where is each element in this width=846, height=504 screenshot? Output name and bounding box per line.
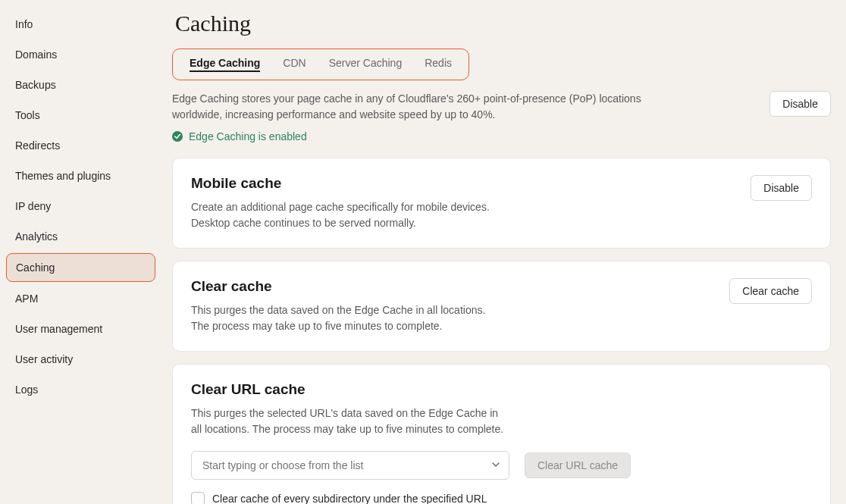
sidebar-item-apm[interactable]: APM: [6, 285, 155, 312]
intro-description: Edge Caching stores your page cache in a…: [172, 91, 642, 123]
sidebar-item-analytics[interactable]: Analytics: [6, 223, 155, 250]
disable-edge-caching-button[interactable]: Disable: [769, 91, 831, 117]
sidebar: Info Domains Backups Tools Redirects The…: [0, 0, 161, 504]
mobile-cache-card: Mobile cache Create an additional page c…: [172, 158, 831, 249]
intro-row: Edge Caching stores your page cache in a…: [172, 91, 831, 123]
clear-cache-desc: This purges the data saved on the Edge C…: [191, 302, 485, 334]
sidebar-item-user-activity[interactable]: User activity: [6, 346, 155, 373]
disable-mobile-cache-button[interactable]: Disable: [750, 175, 812, 201]
clear-url-cache-button[interactable]: Clear URL cache: [525, 452, 631, 478]
sidebar-item-redirects[interactable]: Redirects: [6, 132, 155, 159]
clear-url-cache-title: Clear URL cache: [191, 381, 812, 398]
clear-cache-title: Clear cache: [191, 278, 485, 295]
main-content: Caching Edge Caching CDN Server Caching …: [161, 0, 846, 504]
check-circle-icon: [172, 131, 183, 142]
sidebar-item-backups[interactable]: Backups: [6, 71, 155, 99]
subdirectory-checkbox-label: Clear cache of every subdirectory under …: [212, 493, 487, 504]
tab-cdn[interactable]: CDN: [283, 57, 306, 72]
url-input[interactable]: [191, 451, 509, 480]
tab-edge-caching[interactable]: Edge Caching: [190, 57, 260, 72]
tab-server-caching[interactable]: Server Caching: [329, 57, 403, 72]
page-title: Caching: [172, 11, 831, 36]
status-row: Edge Caching is enabled: [172, 130, 831, 142]
sidebar-item-logs[interactable]: Logs: [6, 376, 155, 403]
clear-url-cache-card: Clear URL cache This purges the selected…: [172, 364, 831, 504]
status-text: Edge Caching is enabled: [189, 130, 307, 142]
clear-cache-card: Clear cache This purges the data saved o…: [172, 261, 831, 352]
sidebar-item-info[interactable]: Info: [6, 11, 155, 38]
sidebar-item-themes-plugins[interactable]: Themes and plugins: [6, 162, 155, 189]
sidebar-item-user-management[interactable]: User management: [6, 315, 155, 343]
subdirectory-checkbox[interactable]: [191, 492, 205, 504]
tabs: Edge Caching CDN Server Caching Redis: [172, 49, 469, 80]
clear-cache-button[interactable]: Clear cache: [729, 278, 812, 304]
mobile-cache-title: Mobile cache: [191, 175, 490, 192]
tab-redis[interactable]: Redis: [425, 57, 452, 72]
sidebar-item-tools[interactable]: Tools: [6, 102, 155, 129]
sidebar-item-domains[interactable]: Domains: [6, 41, 155, 68]
sidebar-item-ip-deny[interactable]: IP deny: [6, 193, 155, 220]
mobile-cache-desc: Create an additional page cache specific…: [191, 199, 490, 231]
sidebar-item-caching[interactable]: Caching: [6, 253, 155, 282]
url-select-wrap: [191, 451, 509, 480]
clear-url-cache-desc: This purges the selected URL's data save…: [191, 405, 812, 437]
